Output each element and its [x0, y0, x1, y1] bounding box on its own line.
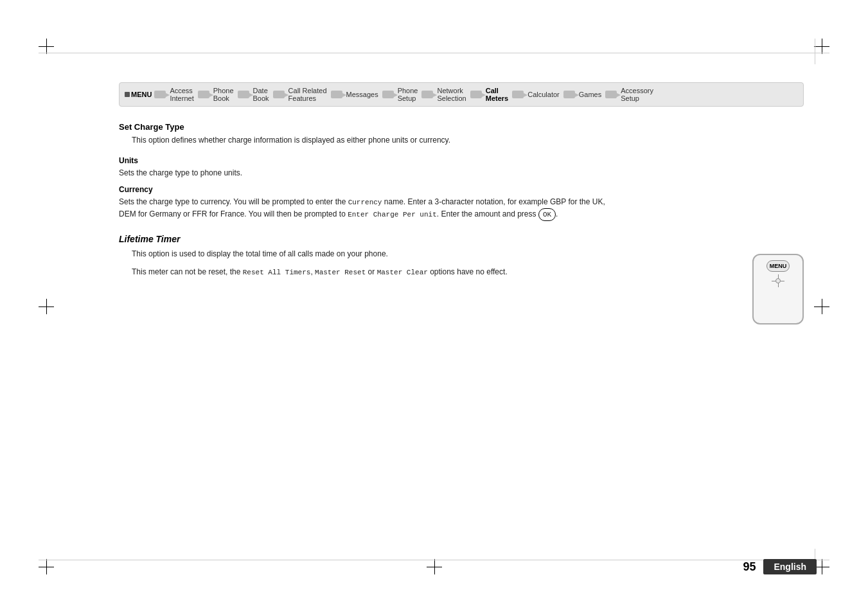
nav-item-messages[interactable]: Messages [344, 91, 381, 98]
units-section: Units Sets the charge type to phone unit… [119, 156, 611, 179]
set-charge-type-section: Set Charge Type This option defines whet… [119, 122, 611, 146]
currency-body: Sets the charge type to currency. You wi… [119, 196, 611, 221]
lifetime-timer-body2: This meter can not be reset, the Reset A… [119, 266, 611, 278]
nav-arrow-1 [198, 91, 209, 98]
nav-item-access-internet[interactable]: AccessInternet [167, 87, 196, 102]
nav-arrow-6 [421, 91, 433, 98]
nav-breadcrumb-bar: MENU AccessInternet PhoneBook DateBook C… [119, 82, 804, 107]
page-number: 95 [743, 560, 756, 574]
currency-title: Currency [119, 185, 611, 194]
crosshair-top-right [814, 39, 829, 54]
lifetime-timer-section: Lifetime Timer This option is used to di… [119, 234, 611, 278]
set-charge-type-title: Set Charge Type [119, 122, 611, 132]
units-title: Units [119, 156, 611, 165]
crosshair-bot-left [39, 559, 54, 574]
reset-all-timers-mono: Reset All Timers [243, 269, 311, 276]
phone-crosshair-icon [772, 274, 784, 287]
nav-arrow-2 [238, 91, 249, 98]
crosshair-mid-left [39, 299, 54, 314]
nav-item-accessory-setup[interactable]: AccessorySetup [618, 87, 656, 102]
main-content: Set Charge Type This option defines whet… [119, 122, 611, 536]
guide-line-bottom [39, 560, 829, 560]
nav-item-network-selection[interactable]: NetworkSelection [434, 87, 468, 102]
guide-line-right-top [815, 39, 815, 64]
nav-arrow-0 [154, 91, 166, 98]
ok-button[interactable]: OK [538, 208, 556, 222]
menu-icon [125, 92, 130, 97]
nav-item-call-related[interactable]: Call RelatedFeatures [286, 87, 330, 102]
nav-arrow-9 [563, 91, 575, 98]
phone-illustration: MENU [740, 244, 817, 334]
master-reset-mono: Master Reset [315, 269, 366, 276]
lifetime-timer-body1: This option is used to display the total… [119, 248, 611, 260]
nav-item-games[interactable]: Games [576, 91, 604, 98]
footer: 95 English [743, 559, 817, 574]
guide-line-top [39, 53, 829, 53]
crosshair-bot-mid [427, 559, 442, 574]
nav-arrow-7 [470, 91, 482, 98]
language-label: English [763, 559, 817, 574]
nav-item-date-book[interactable]: DateBook [251, 87, 272, 102]
phone-body: MENU [752, 254, 804, 324]
enter-charge-mono: Enter Charge Per unit [348, 211, 437, 218]
currency-mono: Currency [348, 199, 382, 206]
set-charge-type-body: This option defines whether charge infor… [119, 134, 611, 146]
nav-arrow-8 [512, 91, 524, 98]
nav-item-phone-setup[interactable]: PhoneSetup [395, 87, 421, 102]
nav-arrow-5 [382, 91, 394, 98]
nav-item-call-meters[interactable]: CallMeters [483, 87, 511, 102]
menu-label: MENU [125, 91, 152, 98]
currency-section: Currency Sets the charge type to currenc… [119, 185, 611, 221]
nav-arrow-10 [605, 91, 617, 98]
lifetime-timer-title: Lifetime Timer [119, 234, 611, 244]
master-clear-mono: Master Clear [377, 269, 428, 276]
nav-item-phone-book[interactable]: PhoneBook [211, 87, 236, 102]
crosshair-top-left [39, 39, 54, 54]
phone-menu-button: MENU [766, 260, 790, 272]
nav-item-calculator[interactable]: Calculator [525, 91, 562, 98]
units-body: Sets the charge type to phone units. [119, 167, 611, 179]
nav-arrow-4 [331, 91, 342, 98]
nav-arrow-3 [273, 91, 285, 98]
